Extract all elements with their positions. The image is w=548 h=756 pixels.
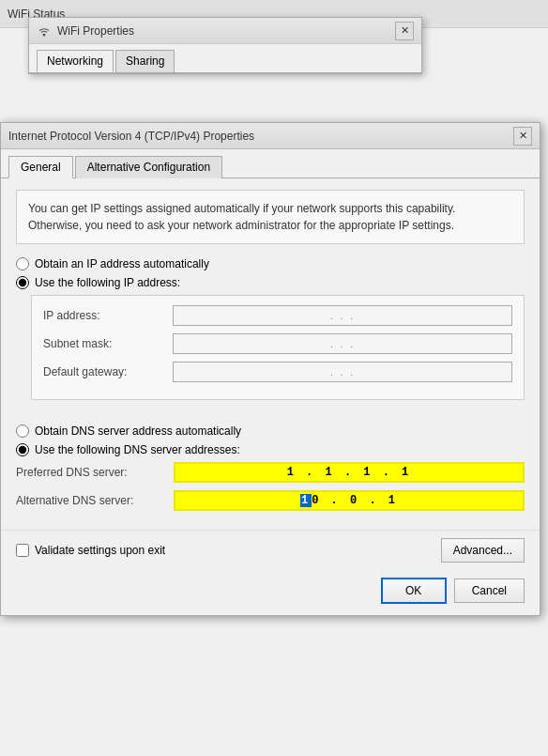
main-tab-bar: General Alternative Configuration	[1, 149, 540, 178]
alternate-dns-first-char: 1	[300, 494, 312, 507]
wifi-properties-title: WiFi Properties	[57, 24, 134, 38]
auto-dns-radio[interactable]	[16, 424, 29, 438]
manual-dns-option[interactable]: Use the following DNS server addresses:	[16, 443, 525, 456]
svg-point-0	[43, 33, 46, 36]
advanced-button[interactable]: Advanced...	[441, 538, 525, 563]
alternate-dns-label: Alternative DNS server:	[16, 494, 166, 507]
dialog-content: You can get IP settings assigned automat…	[1, 178, 540, 530]
tab-networking[interactable]: Networking	[37, 50, 114, 72]
subnet-mask-row: Subnet mask: . . .	[43, 333, 512, 354]
tab-sharing[interactable]: Sharing	[115, 50, 175, 72]
cancel-button[interactable]: Cancel	[454, 579, 525, 603]
main-titlebar: Internet Protocol Version 4 (TCP/IPv4) P…	[1, 123, 540, 149]
validate-row: Validate settings upon exit Advanced...	[16, 538, 525, 563]
preferred-dns-input[interactable]: 1 . 1 . 1 . 1	[174, 462, 525, 483]
auto-ip-label: Obtain an IP address automatically	[35, 257, 209, 270]
manual-ip-radio[interactable]	[16, 276, 29, 289]
manual-dns-radio[interactable]	[16, 443, 29, 456]
main-dialog: Internet Protocol Version 4 (TCP/IPv4) P…	[0, 122, 540, 616]
preferred-dns-row: Preferred DNS server: 1 . 1 . 1 . 1	[16, 462, 525, 483]
ip-address-label: IP address:	[43, 309, 165, 322]
alternate-dns-row: Alternative DNS server: 10 . 0 . 1	[16, 490, 525, 511]
main-dialog-close-button[interactable]: ✕	[513, 127, 532, 146]
wifi-properties-titlebar: WiFi Properties ✕	[29, 18, 421, 44]
wifi-properties-close-button[interactable]: ✕	[395, 22, 414, 40]
ip-address-dots: . . .	[330, 309, 356, 322]
auto-ip-option[interactable]: Obtain an IP address automatically	[16, 257, 525, 270]
ip-fields-box: IP address: . . . Subnet mask: . . . Def…	[31, 295, 525, 400]
dns-radio-group: Obtain DNS server address automatically …	[16, 424, 525, 456]
auto-dns-option[interactable]: Obtain DNS server address automatically	[16, 424, 525, 438]
preferred-dns-value: 1 . 1 . 1 . 1	[287, 466, 412, 479]
default-gateway-input[interactable]: . . .	[173, 362, 512, 382]
tab-alternative-config[interactable]: Alternative Configuration	[75, 156, 222, 178]
tab-general[interactable]: General	[8, 156, 73, 178]
wifi-properties-titlebar-left: WiFi Properties	[37, 23, 134, 39]
manual-ip-option[interactable]: Use the following IP address:	[16, 276, 525, 289]
auto-ip-radio[interactable]	[16, 257, 29, 270]
alternate-dns-rest: 0 . 0 . 1	[312, 494, 398, 507]
subnet-mask-input[interactable]: . . .	[173, 333, 512, 354]
wifi-properties-window: WiFi Properties ✕ Networking Sharing	[28, 17, 422, 74]
main-dialog-title: Internet Protocol Version 4 (TCP/IPv4) P…	[8, 130, 254, 143]
default-gateway-row: Default gateway: . . .	[43, 362, 512, 382]
wifi-icon	[37, 23, 52, 39]
auto-dns-label: Obtain DNS server address automatically	[35, 424, 241, 438]
manual-ip-label: Use the following IP address:	[35, 276, 180, 289]
btn-row: OK Cancel	[16, 574, 525, 611]
manual-dns-label: Use the following DNS server addresses:	[35, 443, 240, 456]
wifi-tab-bar: Networking Sharing	[29, 44, 421, 73]
preferred-dns-label: Preferred DNS server:	[16, 466, 166, 479]
ip-address-input[interactable]: . . .	[173, 305, 512, 326]
section-divider	[16, 413, 525, 424]
ok-button[interactable]: OK	[381, 578, 447, 604]
alternate-dns-input[interactable]: 10 . 0 . 1	[174, 490, 525, 511]
subnet-mask-label: Subnet mask:	[43, 337, 165, 350]
validate-label: Validate settings upon exit	[35, 544, 165, 557]
validate-checkbox[interactable]	[16, 544, 29, 557]
dns-fields: Preferred DNS server: 1 . 1 . 1 . 1 Alte…	[16, 462, 525, 511]
default-gateway-label: Default gateway:	[43, 365, 165, 378]
ip-address-radio-group: Obtain an IP address automatically Use t…	[16, 257, 525, 289]
bottom-section: Validate settings upon exit Advanced... …	[1, 530, 540, 615]
subnet-mask-dots: . . .	[330, 337, 356, 350]
info-box: You can get IP settings assigned automat…	[16, 190, 525, 244]
ip-address-row: IP address: . . .	[43, 305, 512, 326]
default-gateway-dots: . . .	[330, 365, 356, 378]
info-text: You can get IP settings assigned automat…	[28, 202, 455, 232]
